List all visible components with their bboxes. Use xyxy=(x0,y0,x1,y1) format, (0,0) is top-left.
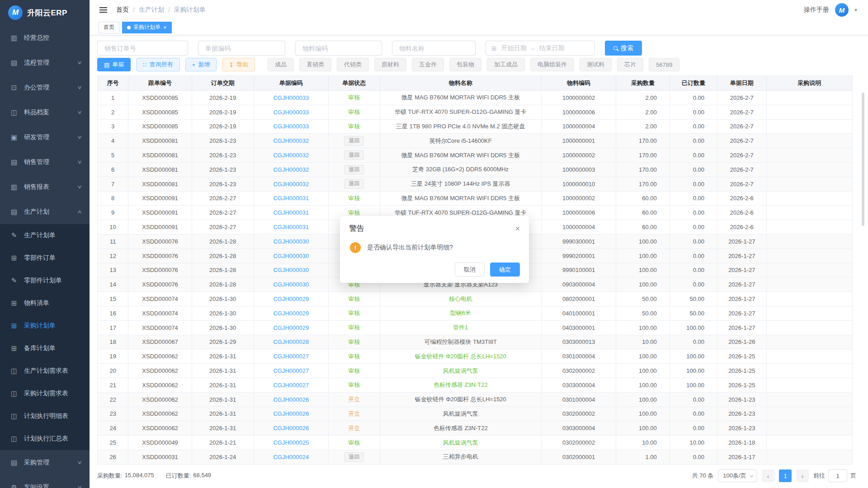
sidebar-item-plan-exec-summary-sheet[interactable]: ◫计划执行汇总表 xyxy=(0,427,90,450)
doc-code-link[interactable]: CGJH000032 xyxy=(273,137,309,144)
category-button[interactable]: 五金件 xyxy=(412,58,444,71)
sidebar-item-stock-plan-order[interactable]: ⊞备库计划单 xyxy=(0,337,90,360)
sidebar-item-material-archive[interactable]: ◫料品档案∨ xyxy=(0,100,90,125)
doc-code-link[interactable]: CGJH000031 xyxy=(273,224,309,230)
cell-due-date: 2026-1-28 xyxy=(192,249,254,263)
category-button[interactable]: 测试料 xyxy=(580,58,612,71)
table-row: 5XSDD0000812026-1-23CGJH000032退回微星 MAG B… xyxy=(98,148,853,163)
doc-code-link[interactable]: CGJH000026 xyxy=(273,425,309,432)
status-badge: 开立 xyxy=(348,410,360,418)
dialog-close-icon[interactable]: × xyxy=(515,225,520,233)
status-badge: 审核 xyxy=(348,108,360,116)
confirm-button[interactable]: 确定 xyxy=(490,263,520,277)
doc-code-link[interactable]: CGJH000028 xyxy=(273,338,309,345)
cell-doc-code: CGJH000030 xyxy=(254,277,329,292)
category-button[interactable]: 56789 xyxy=(649,58,679,71)
category-button[interactable]: 芯片 xyxy=(617,58,643,71)
next-page-button[interactable]: › xyxy=(796,469,809,482)
add-button[interactable]: + 新增 xyxy=(185,58,217,71)
doc-code-link[interactable]: CGJH000033 xyxy=(273,94,309,101)
sidebar-collapse-icon[interactable] xyxy=(99,9,107,10)
doc-code-link[interactable]: CGJH000033 xyxy=(273,123,309,130)
query-all-button[interactable]: ∷ 查询所有 xyxy=(136,58,179,71)
page-number-button[interactable]: 1 xyxy=(779,469,792,482)
sidebar-item-process-mgmt[interactable]: ▤流程管理∨ xyxy=(0,50,90,75)
doc-code-link[interactable]: CGJH000026 xyxy=(273,396,309,403)
doc-code-link[interactable]: CGJH000027 xyxy=(273,353,309,360)
breadcrumb-home[interactable]: 首页 xyxy=(116,6,129,14)
search-button[interactable]: 搜索 xyxy=(605,41,642,56)
date-range-input[interactable]: ⊞ 开始日期 – 结束日期 xyxy=(486,41,595,56)
doc-code-link[interactable]: CGJH000027 xyxy=(273,367,309,374)
sidebar-item-office-mgmt[interactable]: ⊡办公管理∨ xyxy=(0,75,90,100)
sidebar-item-production-demand-sheet[interactable]: ◫生产计划需求表 xyxy=(0,360,90,382)
doc-code-link[interactable]: CGJH000027 xyxy=(273,382,309,389)
tab-home[interactable]: 首页 xyxy=(99,22,119,33)
sidebar-item-workshop-settings[interactable]: ⚙车间设置∨ xyxy=(0,475,90,488)
doc-code-link[interactable]: CGJH000030 xyxy=(273,238,309,245)
category-button[interactable]: 代销类 xyxy=(337,58,369,71)
prev-page-button[interactable]: ‹ xyxy=(762,469,774,482)
doc-code-link[interactable]: CGJH000031 xyxy=(273,195,309,202)
cell-note xyxy=(767,91,853,105)
sidebar-item-production-plan-order[interactable]: ✎生产计划单 xyxy=(0,224,90,247)
export-button[interactable]: ↧ 导出 xyxy=(222,58,255,71)
sidebar-item-sales-mgmt[interactable]: ▤销售管理∨ xyxy=(0,150,90,174)
goto-page-input[interactable] xyxy=(828,469,847,482)
cell-track-code: XSDD000081 xyxy=(128,148,192,163)
doc-code-link[interactable]: CGJH000029 xyxy=(273,310,309,317)
user-avatar[interactable]: M xyxy=(835,3,849,17)
ordered-total-label: 已订数量: xyxy=(166,472,191,480)
cancel-button[interactable]: 取消 xyxy=(455,263,485,277)
category-button[interactable]: 直销类 xyxy=(299,58,331,71)
material-code-input[interactable] xyxy=(295,41,382,56)
doc-code-link[interactable]: CGJH000033 xyxy=(273,109,309,116)
grid-icon: ∷ xyxy=(143,61,146,68)
manual-link[interactable]: 操作手册 xyxy=(804,6,829,14)
sidebar-item-rnd-mgmt[interactable]: ▣研发管理∨ xyxy=(0,125,90,150)
tab-purchase-plan[interactable]: 采购计划单 × xyxy=(122,22,172,33)
doc-code-link[interactable]: CGJH000031 xyxy=(273,209,309,216)
sidebar-item-label: 生产计划 xyxy=(24,208,49,216)
sidebar-item-production-plan[interactable]: ▤生产计划∧ xyxy=(0,199,90,224)
material-name-input[interactable] xyxy=(392,41,476,56)
sidebar-item-material-list[interactable]: ⊞物料清单 xyxy=(0,292,90,314)
doc-code-link[interactable]: CGJH000024 xyxy=(273,454,309,460)
chevron-down-icon: ∨ xyxy=(77,484,82,488)
cell-doc-date: 2026-1-25 xyxy=(717,364,767,378)
tab-close-icon[interactable]: × xyxy=(163,24,167,30)
sidebar-item-business-overview[interactable]: ▥经营总控 xyxy=(0,25,90,50)
page-size-select[interactable]: 100条/页 ∨ xyxy=(718,469,757,482)
cell-seq: 12 xyxy=(98,249,128,263)
doc-code-link[interactable]: CGJH000032 xyxy=(273,152,309,159)
doc-code-link[interactable]: CGJH000025 xyxy=(273,439,309,446)
cell-note xyxy=(767,120,853,134)
category-button[interactable]: 电脑组装件 xyxy=(530,58,574,71)
sidebar-item-purchase-plan-order[interactable]: ⊞采购计划单 xyxy=(0,314,90,337)
doc-code-link[interactable]: CGJH000032 xyxy=(273,166,309,173)
doc-code-link[interactable]: CGJH000029 xyxy=(273,296,309,302)
sidebar-item-parts-plan-order[interactable]: ✎零部件计划单 xyxy=(0,269,90,292)
category-button[interactable]: 原材料 xyxy=(374,58,406,71)
sidebar-item-purchase-mgmt[interactable]: ▤采购管理∨ xyxy=(0,450,90,475)
sales-order-input[interactable] xyxy=(97,41,188,56)
sidebar-item-plan-exec-detail-sheet[interactable]: ◫计划执行明细表 xyxy=(0,405,90,427)
cell-purchase-qty: 100.00 xyxy=(616,249,670,263)
category-button[interactable]: 成品 xyxy=(268,58,294,71)
sidebar-item-sales-report[interactable]: ▥销售报表∨ xyxy=(0,174,90,199)
breadcrumb-production-plan[interactable]: 生产计划 xyxy=(139,6,164,14)
caret-down-icon[interactable]: ▾ xyxy=(854,7,857,13)
doc-code-link[interactable]: CGJH000026 xyxy=(273,410,309,417)
page-scrollbar-thumb[interactable] xyxy=(862,93,864,226)
doc-code-input[interactable] xyxy=(198,41,285,56)
doc-code-link[interactable]: CGJH000032 xyxy=(273,181,309,188)
sidebar-item-purchase-demand-sheet[interactable]: ◫采购计划需求表 xyxy=(0,382,90,405)
doc-code-link[interactable]: CGJH000030 xyxy=(273,281,309,288)
doc-code-link[interactable]: CGJH000029 xyxy=(273,324,309,331)
category-button[interactable]: 包装物 xyxy=(449,58,481,71)
document-button[interactable]: ▤ 单据 xyxy=(97,58,131,71)
doc-code-link[interactable]: CGJH000030 xyxy=(273,253,309,259)
sidebar-item-parts-order[interactable]: ⊞零部件订单 xyxy=(0,247,90,269)
doc-code-link[interactable]: CGJH000030 xyxy=(273,267,309,273)
category-button[interactable]: 加工成品 xyxy=(487,58,525,71)
